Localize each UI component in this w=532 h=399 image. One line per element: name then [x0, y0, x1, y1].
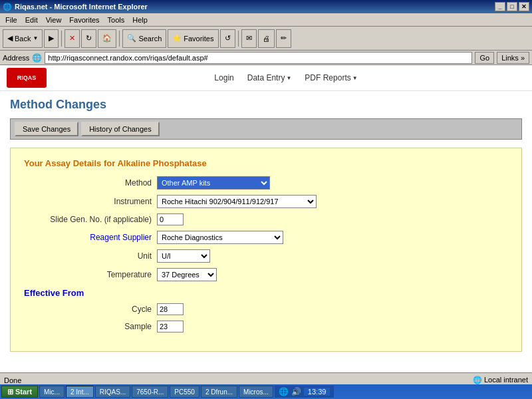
- print-button[interactable]: 🖨: [258, 29, 275, 48]
- page-title: Method Changes: [10, 98, 522, 112]
- favorites-button[interactable]: ⭐ Favorites: [168, 29, 218, 48]
- method-control: Other AMP kits: [157, 176, 270, 190]
- minimize-button[interactable]: _: [495, 2, 505, 11]
- stop-icon: ✕: [69, 34, 75, 43]
- mail-icon: ✉: [246, 34, 252, 43]
- sample-control: [157, 321, 184, 332]
- title-bar: 🌐 Riqas.net - Microsoft Internet Explore…: [0, 0, 532, 13]
- reagent-control: Roche Diagnostics: [157, 231, 283, 244]
- menu-bar: File Edit View Favorites Tools Help: [0, 13, 532, 27]
- home-button[interactable]: 🏠: [98, 29, 116, 48]
- taskbar-clock: 13:39: [304, 388, 331, 396]
- print-icon: 🖨: [263, 35, 270, 43]
- forward-icon: ▶: [49, 34, 54, 43]
- unit-label: Unit: [24, 251, 157, 261]
- window-title: Riqas.net - Microsoft Internet Explorer: [15, 3, 148, 11]
- network-icon: 🌐: [279, 387, 289, 396]
- menu-file[interactable]: File: [1, 15, 21, 25]
- taskbar-btn-3[interactable]: 7650-R...: [132, 386, 168, 398]
- method-label: Method: [24, 178, 157, 188]
- instrument-row: Instrument Roche Hitachi 902/904/911/912…: [24, 195, 508, 208]
- pdf-reports-arrow-icon: ▼: [352, 75, 358, 81]
- start-button[interactable]: ⊞ Start: [1, 386, 38, 398]
- reagent-row: Reagent Supplier Roche Diagnostics: [24, 231, 508, 244]
- address-input[interactable]: [45, 52, 472, 64]
- menu-tools[interactable]: Tools: [104, 15, 129, 25]
- menu-favorites[interactable]: Favorites: [65, 15, 103, 25]
- title-bar-buttons: _ □ ✕: [495, 2, 529, 11]
- links-button[interactable]: Links »: [497, 52, 529, 64]
- speaker-icon: 🔊: [291, 387, 301, 396]
- sample-input[interactable]: [157, 321, 184, 332]
- maximize-button[interactable]: □: [507, 2, 517, 11]
- stop-button[interactable]: ✕: [65, 29, 80, 48]
- menu-view[interactable]: View: [42, 15, 66, 25]
- status-done: Done: [4, 376, 57, 384]
- close-button[interactable]: ✕: [519, 2, 529, 11]
- instrument-select[interactable]: Roche Hitachi 902/904/911/912/917: [157, 195, 317, 208]
- unit-control: U/l U/mL: [157, 249, 210, 263]
- history-of-changes-button[interactable]: History of Changes: [81, 122, 160, 136]
- slide-gen-input[interactable]: [157, 213, 184, 225]
- go-button[interactable]: Go: [475, 52, 494, 64]
- taskbar-btn-5[interactable]: 2 Dfrun...: [201, 386, 237, 398]
- instrument-label: Instrument: [24, 197, 157, 206]
- address-icon: 🌐: [32, 53, 42, 63]
- back-button[interactable]: ◀ Back ▼: [3, 29, 43, 48]
- home-icon: 🏠: [102, 34, 112, 43]
- nav-login[interactable]: Login: [214, 73, 233, 82]
- method-select[interactable]: Other AMP kits: [157, 176, 270, 190]
- menu-help[interactable]: Help: [128, 15, 152, 25]
- search-button[interactable]: 🔍 Search: [122, 29, 166, 48]
- taskbar-btn-4[interactable]: PC550: [170, 386, 200, 398]
- effective-from-label: Effective From: [24, 288, 84, 298]
- edit-button[interactable]: ✏: [276, 29, 291, 48]
- chevron-down-icon: ▼: [33, 35, 38, 41]
- action-toolbar: Save Changes History of Changes: [10, 118, 522, 140]
- address-label: Address: [3, 54, 29, 62]
- history-button[interactable]: ↺: [220, 29, 235, 48]
- reagent-label: Reagent Supplier: [24, 233, 157, 242]
- taskbar-btn-1[interactable]: 2 Int...: [66, 386, 94, 398]
- temperature-label: Temperature: [24, 270, 157, 279]
- forward-button[interactable]: ▶: [44, 29, 59, 48]
- save-changes-button[interactable]: Save Changes: [15, 122, 78, 136]
- section-title: Your Assay Details for Alkaline Phosphat…: [24, 158, 508, 168]
- form-section: Your Assay Details for Alkaline Phosphat…: [10, 148, 522, 352]
- menu-edit[interactable]: Edit: [21, 15, 42, 25]
- toolbar-separator-3: [238, 31, 239, 47]
- cycle-input[interactable]: [157, 303, 184, 315]
- logo: RIQAS: [7, 68, 47, 88]
- unit-row: Unit U/l U/mL: [24, 249, 508, 263]
- data-entry-arrow-icon: ▼: [286, 75, 291, 81]
- taskbar-btn-0[interactable]: Mic...: [39, 386, 65, 398]
- logo-nav-area: RIQAS Login Data Entry ▼ PDF Reports ▼: [0, 65, 532, 91]
- history-icon: ↺: [225, 34, 231, 43]
- taskbar-btn-2[interactable]: RIQAS...: [95, 386, 130, 398]
- windows-icon: ⊞: [7, 388, 13, 396]
- temperature-row: Temperature 37 Degrees 30 Degrees: [24, 268, 508, 281]
- star-icon: ⭐: [172, 34, 182, 43]
- taskbar-btn-6[interactable]: Micros...: [239, 386, 273, 398]
- reagent-select[interactable]: Roche Diagnostics: [157, 231, 283, 244]
- temperature-control: 37 Degrees 30 Degrees: [157, 268, 217, 281]
- taskbar-tray: 🌐 🔊 13:39: [275, 386, 334, 398]
- unit-select[interactable]: U/l U/mL: [157, 249, 210, 263]
- effective-from-header: Effective From: [24, 288, 508, 298]
- cycle-row: Cycle: [24, 303, 508, 315]
- method-row: Method Other AMP kits: [24, 176, 508, 190]
- page-content: Method Changes Save Changes History of C…: [0, 91, 532, 358]
- slide-gen-row: Slide Gen. No. (if applicable): [24, 213, 508, 225]
- mail-button[interactable]: ✉: [241, 29, 257, 48]
- zone-icon: 🌐: [473, 376, 482, 384]
- temperature-select[interactable]: 37 Degrees 30 Degrees: [157, 268, 217, 281]
- page-nav: Login Data Entry ▼ PDF Reports ▼: [47, 73, 525, 82]
- back-icon: ◀: [7, 34, 13, 43]
- window-icon: 🌐: [3, 3, 12, 11]
- nav-pdf-reports[interactable]: PDF Reports ▼: [305, 73, 357, 82]
- toolbar-separator-2: [119, 31, 120, 47]
- status-zone: 🌐 Local intranet: [473, 376, 528, 384]
- nav-data-entry[interactable]: Data Entry ▼: [247, 73, 292, 82]
- refresh-button[interactable]: ↻: [81, 29, 96, 48]
- toolbar-separator: [61, 31, 62, 47]
